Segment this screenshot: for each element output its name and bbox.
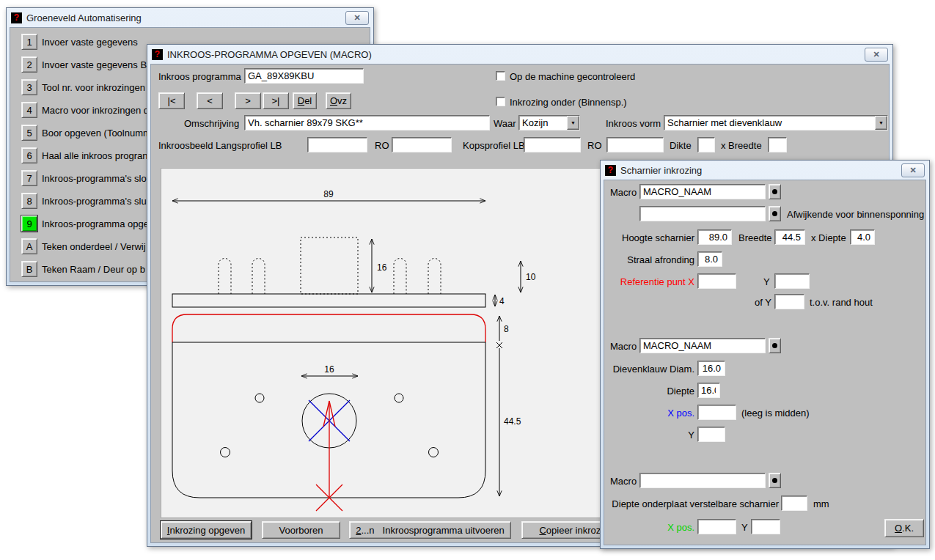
menu-button-2[interactable]: 2 <box>21 56 37 73</box>
nav-last-button[interactable]: >| <box>263 92 289 109</box>
menu-item-label: Macro voor inkrozingen d <box>42 105 149 116</box>
dievenklauw-diam-input[interactable] <box>697 361 725 376</box>
macro2-label: Macro <box>610 341 637 352</box>
waar-value: Kozijn <box>519 117 567 128</box>
nav-next-button[interactable]: > <box>235 92 261 109</box>
omschrijving-input[interactable] <box>244 115 490 130</box>
breedte-input[interactable] <box>768 137 787 152</box>
menu-button-1[interactable]: 1 <box>21 34 37 50</box>
ovz-button[interactable]: Ovz <box>326 92 351 109</box>
macro2-picker-button[interactable] <box>769 338 781 353</box>
menu-button-b[interactable]: B <box>21 261 37 277</box>
straal-input[interactable] <box>697 251 722 267</box>
menu-button-8[interactable]: 8 <box>21 193 37 209</box>
ro1-label: RO <box>375 140 389 151</box>
menu-button-7[interactable]: 7 <box>21 170 37 186</box>
machine-gecontroleerd-checkbox[interactable] <box>496 71 505 81</box>
of-y-input[interactable] <box>774 294 804 309</box>
waar-select[interactable]: Kozijn ▼ <box>518 115 580 130</box>
macro3-picker-button[interactable] <box>769 473 781 488</box>
dot-icon <box>772 343 777 348</box>
leeg-is-midden-note: (leeg is midden) <box>741 408 810 419</box>
titlebar-scharnier[interactable]: ? Scharnier inkrozing ✕ <box>601 161 929 180</box>
xpos2-label: X pos. <box>604 522 694 533</box>
langsprofiel-lb-input[interactable] <box>307 137 367 152</box>
langsprofiel-label: Inkroosbeeld Langsprofiel LB <box>158 140 282 151</box>
nav-first-button[interactable]: |< <box>158 92 185 109</box>
inkrozing-onder-label: Inkrozing onder (Binnensp.) <box>510 97 627 108</box>
kopsprofiel-ro-input[interactable] <box>606 137 664 152</box>
dim-claw-text: 16 <box>324 364 334 375</box>
inkroos-vorm-select[interactable]: Scharnier met dievenklauw ▼ <box>664 115 888 130</box>
referentie-y-input[interactable] <box>774 273 810 289</box>
window-title: Groeneveld Automatisering <box>26 12 142 23</box>
macro2-input[interactable] <box>639 338 766 353</box>
titlebar-inkroos[interactable]: ? INKROOS-PROGRAMMA OPGEVEN (MACRO) ✕ <box>147 45 892 64</box>
y1-label: Y <box>604 430 694 441</box>
menu-item-label: Inkroos-programma's slui <box>42 196 149 207</box>
voorboren-button[interactable]: Voorboren <box>262 521 340 539</box>
macro-afwijkende-picker-button[interactable] <box>769 206 781 221</box>
dikte-input[interactable] <box>697 137 715 152</box>
inkroos-vorm-value: Scharnier met dievenklauw <box>664 117 875 128</box>
dim-hinge-text: 16 <box>377 262 387 273</box>
langsprofiel-ro-input[interactable] <box>392 137 452 152</box>
onderplaat-label: Diepte onderplaat verstelbare scharnier <box>604 498 779 509</box>
help-question-icon: ? <box>152 49 163 60</box>
menu-button-4[interactable]: 4 <box>21 102 37 118</box>
of-y-label: of Y <box>604 297 771 308</box>
xpos1-input[interactable] <box>697 405 736 420</box>
y1-input[interactable] <box>697 427 725 442</box>
onderplaat-diepte-input[interactable] <box>781 495 807 511</box>
y2-input[interactable] <box>751 519 780 534</box>
close-icon[interactable]: ✕ <box>345 11 369 25</box>
menu-item-label: Inkroos-programma opge <box>42 218 149 229</box>
window-scharnier-inkrozing: ? Scharnier inkrozing ✕ Macro . Afwijken… <box>600 160 930 549</box>
menu-item-label: Invoer vaste gegevens Bo <box>42 59 152 70</box>
chevron-down-icon[interactable]: ▼ <box>875 116 887 130</box>
dievenklauw-label: Dievenklauw Diam. <box>604 364 694 375</box>
xpos2-input[interactable] <box>697 519 736 534</box>
help-question-icon: ? <box>11 12 22 23</box>
kopsprofiel-lb-input[interactable] <box>524 137 581 152</box>
macro-afwijkende-input[interactable] <box>639 206 766 221</box>
inkroos-programma-label: Inkroos programma <box>158 71 241 82</box>
referentie-x-input[interactable] <box>697 273 736 289</box>
uitvoeren-button[interactable]: 2...nInkroosprogramma uitvoeren <box>349 521 511 539</box>
inkroos-programma-input[interactable] <box>244 68 364 84</box>
menu-item-label: Teken Raam / Deur op b <box>42 264 145 275</box>
delete-button[interactable]: Del <box>293 92 317 109</box>
menu-button-9-active[interactable]: 9 <box>21 215 37 232</box>
inkrozing-onder-checkbox[interactable] <box>496 97 505 106</box>
macro1-picker-button[interactable] <box>769 184 781 199</box>
breedte-input[interactable] <box>774 229 805 245</box>
close-icon[interactable]: ✕ <box>865 48 888 62</box>
menu-item-label: Tool nr. voor inkrozingen <box>42 82 145 93</box>
ok-button[interactable]: O.K. <box>884 519 924 537</box>
macro3-input[interactable] <box>639 473 766 488</box>
hoogte-input[interactable] <box>697 229 732 245</box>
diepte-input[interactable] <box>850 229 875 245</box>
dim-gap-text: 8 <box>504 324 509 334</box>
menu-button-a[interactable]: A <box>21 238 37 254</box>
chevron-down-icon[interactable]: ▼ <box>567 116 579 130</box>
macro1-input[interactable] <box>639 184 766 199</box>
macro3-label: Macro <box>610 476 637 487</box>
machine-gecontroleerd-label: Op de machine gecontroleerd <box>510 71 635 82</box>
menu-item-label: Inkroos-programma's slot <box>42 173 149 184</box>
diepte2-input[interactable] <box>697 383 720 398</box>
dim-depth-text: 44.5 <box>504 416 521 427</box>
close-icon[interactable]: ✕ <box>901 163 925 177</box>
inkrozing-opgeven-button[interactable]: Inkrozing opgeven <box>161 521 252 539</box>
straal-label: Straal afronding <box>604 254 694 265</box>
titlebar-groeneveld[interactable]: ? Groeneveld Automatisering ✕ <box>7 8 373 27</box>
nav-prev-button[interactable]: < <box>197 92 223 109</box>
menu-item-label: Teken onderdeel / Verwij <box>42 241 146 252</box>
referentie-label: Referentie punt X <box>604 276 694 287</box>
menu-item-label: Boor opgeven (Toolnumm <box>42 128 151 139</box>
menu-button-6[interactable]: 6 <box>21 147 37 163</box>
x-diepte-label: x Diepte <box>811 232 846 243</box>
menu-button-3[interactable]: 3 <box>21 79 37 95</box>
macro1-label: Macro <box>610 187 637 198</box>
menu-button-5[interactable]: 5 <box>21 125 37 141</box>
